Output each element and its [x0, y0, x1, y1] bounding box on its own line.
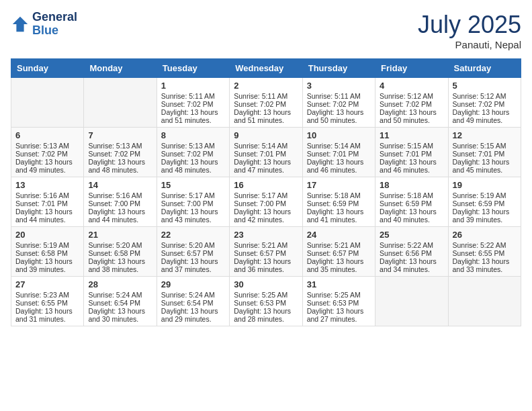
day-info: Daylight: 13 hours and 51 minutes. [161, 108, 225, 124]
day-info: Sunset: 7:02 PM [88, 150, 152, 158]
day-info: Sunset: 7:02 PM [234, 100, 298, 108]
day-info: Daylight: 13 hours and 38 minutes. [88, 257, 152, 273]
weekday-header: Thursday [302, 59, 375, 78]
day-number: 17 [307, 180, 371, 190]
calendar-cell: 27Sunrise: 5:23 AMSunset: 6:55 PMDayligh… [11, 277, 84, 326]
day-info: Daylight: 13 hours and 48 minutes. [161, 158, 225, 174]
calendar-cell: 17Sunrise: 5:18 AMSunset: 6:59 PMDayligh… [302, 177, 375, 227]
day-info: Daylight: 13 hours and 39 minutes. [453, 208, 517, 224]
day-info: Daylight: 13 hours and 39 minutes. [15, 257, 79, 273]
day-number: 5 [453, 81, 517, 91]
calendar-cell: 13Sunrise: 5:16 AMSunset: 7:01 PMDayligh… [11, 177, 84, 227]
location: Panauti, Nepal [418, 39, 521, 50]
day-number: 18 [380, 180, 443, 190]
day-info: Sunset: 6:54 PM [161, 299, 225, 307]
calendar-cell: 4Sunrise: 5:12 AMSunset: 7:02 PMDaylight… [375, 78, 448, 128]
day-info: Daylight: 13 hours and 34 minutes. [380, 257, 443, 273]
calendar-cell: 8Sunrise: 5:13 AMSunset: 7:02 PMDaylight… [157, 128, 229, 177]
day-info: Sunrise: 5:25 AM [234, 291, 298, 299]
day-number: 1 [161, 81, 225, 91]
day-number: 15 [161, 180, 225, 190]
day-info: Sunset: 6:57 PM [234, 249, 298, 257]
day-info: Daylight: 13 hours and 35 minutes. [307, 257, 371, 273]
day-info: Sunrise: 5:20 AM [88, 241, 152, 249]
calendar-cell: 14Sunrise: 5:16 AMSunset: 7:00 PMDayligh… [84, 177, 157, 227]
day-number: 16 [234, 180, 298, 190]
day-info: Sunset: 6:55 PM [453, 249, 517, 257]
day-info: Sunrise: 5:11 AM [161, 92, 225, 100]
day-number: 13 [15, 180, 79, 190]
logo-text: General Blue [32, 11, 77, 38]
calendar-cell: 24Sunrise: 5:21 AMSunset: 6:57 PMDayligh… [302, 227, 375, 277]
calendar-cell [375, 277, 448, 326]
calendar-cell: 15Sunrise: 5:17 AMSunset: 7:00 PMDayligh… [157, 177, 229, 227]
calendar-table: SundayMondayTuesdayWednesdayThursdayFrid… [11, 58, 521, 326]
day-info: Sunset: 6:58 PM [15, 249, 79, 257]
logo-icon [11, 15, 30, 34]
day-number: 3 [307, 81, 371, 91]
day-info: Daylight: 13 hours and 49 minutes. [15, 158, 79, 174]
day-info: Sunrise: 5:18 AM [380, 191, 443, 199]
calendar-cell: 10Sunrise: 5:14 AMSunset: 7:01 PMDayligh… [302, 128, 375, 177]
day-info: Sunset: 7:02 PM [307, 100, 371, 108]
day-info: Sunrise: 5:12 AM [453, 92, 517, 100]
calendar-cell [11, 78, 84, 128]
day-number: 29 [161, 279, 225, 289]
day-info: Sunrise: 5:13 AM [15, 142, 79, 150]
day-info: Sunrise: 5:14 AM [307, 142, 371, 150]
calendar-cell: 28Sunrise: 5:24 AMSunset: 6:54 PMDayligh… [84, 277, 157, 326]
day-info: Daylight: 13 hours and 44 minutes. [15, 208, 79, 224]
day-info: Daylight: 13 hours and 50 minutes. [307, 108, 371, 124]
calendar-cell: 31Sunrise: 5:25 AMSunset: 6:53 PMDayligh… [302, 277, 375, 326]
day-info: Sunrise: 5:24 AM [161, 291, 225, 299]
day-info: Sunset: 7:01 PM [234, 150, 298, 158]
day-info: Sunset: 7:00 PM [88, 199, 152, 208]
day-number: 21 [88, 230, 152, 240]
day-info: Sunset: 7:02 PM [15, 150, 79, 158]
calendar-week-row: 1Sunrise: 5:11 AMSunset: 7:02 PMDaylight… [11, 78, 521, 128]
day-info: Sunset: 7:00 PM [161, 199, 225, 208]
day-info: Sunrise: 5:19 AM [15, 241, 79, 249]
calendar-cell: 25Sunrise: 5:22 AMSunset: 6:56 PMDayligh… [375, 227, 448, 277]
day-info: Sunset: 7:02 PM [161, 150, 225, 158]
day-info: Sunrise: 5:15 AM [380, 142, 443, 150]
day-info: Sunset: 7:01 PM [380, 150, 443, 158]
calendar-cell: 1Sunrise: 5:11 AMSunset: 7:02 PMDaylight… [157, 78, 229, 128]
day-info: Sunset: 6:57 PM [307, 249, 371, 257]
day-number: 24 [307, 230, 371, 240]
calendar-cell: 7Sunrise: 5:13 AMSunset: 7:02 PMDaylight… [84, 128, 157, 177]
day-info: Sunset: 6:56 PM [380, 249, 443, 257]
day-info: Sunset: 7:02 PM [161, 100, 225, 108]
day-number: 28 [88, 279, 152, 289]
day-number: 26 [453, 230, 517, 240]
day-info: Sunset: 6:53 PM [234, 299, 298, 307]
day-info: Daylight: 13 hours and 44 minutes. [88, 208, 152, 224]
day-info: Daylight: 13 hours and 49 minutes. [453, 108, 517, 124]
day-info: Daylight: 13 hours and 31 minutes. [15, 307, 79, 323]
day-info: Daylight: 13 hours and 46 minutes. [307, 158, 371, 174]
day-info: Sunset: 7:01 PM [307, 150, 371, 158]
day-info: Sunrise: 5:25 AM [307, 291, 371, 299]
calendar-cell: 12Sunrise: 5:15 AMSunset: 7:01 PMDayligh… [448, 128, 521, 177]
calendar-cell: 29Sunrise: 5:24 AMSunset: 6:54 PMDayligh… [157, 277, 229, 326]
day-info: Daylight: 13 hours and 37 minutes. [161, 257, 225, 273]
month-title: July 2025 [418, 11, 521, 39]
day-info: Sunrise: 5:16 AM [88, 191, 152, 199]
day-number: 31 [307, 279, 371, 289]
day-info: Daylight: 13 hours and 50 minutes. [380, 108, 443, 124]
calendar-cell: 26Sunrise: 5:22 AMSunset: 6:55 PMDayligh… [448, 227, 521, 277]
day-info: Daylight: 13 hours and 46 minutes. [380, 158, 443, 174]
calendar-cell: 23Sunrise: 5:21 AMSunset: 6:57 PMDayligh… [230, 227, 302, 277]
day-info: Daylight: 13 hours and 48 minutes. [88, 158, 152, 174]
calendar-cell: 20Sunrise: 5:19 AMSunset: 6:58 PMDayligh… [11, 227, 84, 277]
calendar-cell: 6Sunrise: 5:13 AMSunset: 7:02 PMDaylight… [11, 128, 84, 177]
weekday-header: Sunday [11, 59, 84, 78]
day-info: Daylight: 13 hours and 41 minutes. [307, 208, 371, 224]
day-info: Sunrise: 5:19 AM [453, 191, 517, 199]
calendar-cell: 22Sunrise: 5:20 AMSunset: 6:57 PMDayligh… [157, 227, 229, 277]
day-info: Sunrise: 5:22 AM [380, 241, 443, 249]
calendar-cell: 3Sunrise: 5:11 AMSunset: 7:02 PMDaylight… [302, 78, 375, 128]
day-info: Sunset: 6:55 PM [15, 299, 79, 307]
day-info: Daylight: 13 hours and 40 minutes. [380, 208, 443, 224]
day-info: Sunset: 6:57 PM [161, 249, 225, 257]
